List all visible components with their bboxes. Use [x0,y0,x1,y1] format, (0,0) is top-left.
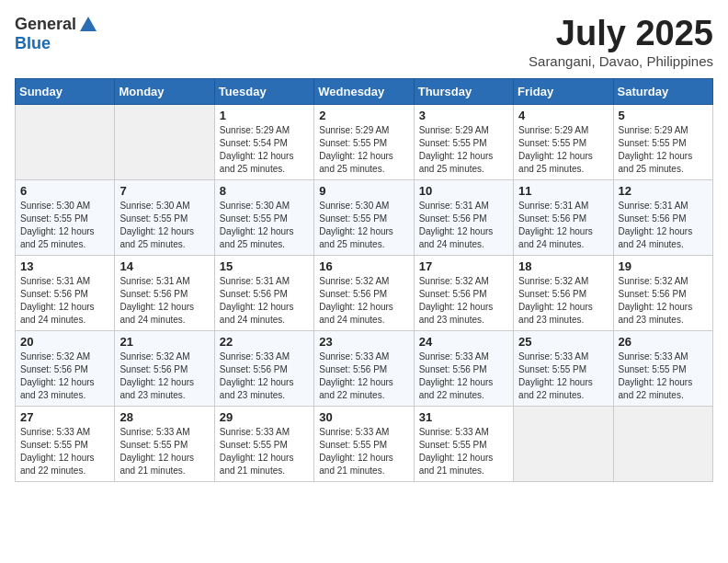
logo: General Blue [15,15,98,53]
day-number: 16 [319,259,408,273]
day-info: Sunrise: 5:32 AM Sunset: 5:56 PM Dayligh… [119,350,209,402]
calendar-cell: 31Sunrise: 5:33 AM Sunset: 5:55 PM Dayli… [414,406,513,481]
day-number: 10 [419,184,508,198]
day-info: Sunrise: 5:30 AM Sunset: 5:55 PM Dayligh… [319,200,408,251]
calendar-week-row: 1Sunrise: 5:29 AM Sunset: 5:54 PM Daylig… [16,104,713,179]
calendar-cell: 13Sunrise: 5:31 AM Sunset: 5:56 PM Dayli… [16,255,115,330]
calendar-header-friday: Friday [514,78,613,104]
day-info: Sunrise: 5:31 AM Sunset: 5:56 PM Dayligh… [518,200,608,251]
day-info: Sunrise: 5:29 AM Sunset: 5:54 PM Dayligh… [220,124,309,176]
header: General Blue July 2025 Sarangani, Davao,… [15,15,713,69]
day-info: Sunrise: 5:29 AM Sunset: 5:55 PM Dayligh… [619,124,708,176]
calendar-week-row: 27Sunrise: 5:33 AM Sunset: 5:55 PM Dayli… [16,406,713,481]
day-number: 6 [20,184,109,198]
day-info: Sunrise: 5:33 AM Sunset: 5:56 PM Dayligh… [220,350,309,402]
day-info: Sunrise: 5:29 AM Sunset: 5:55 PM Dayligh… [419,124,508,176]
day-info: Sunrise: 5:33 AM Sunset: 5:55 PM Dayligh… [119,426,209,477]
day-number: 21 [119,335,209,349]
day-info: Sunrise: 5:30 AM Sunset: 5:55 PM Dayligh… [20,200,109,251]
day-info: Sunrise: 5:32 AM Sunset: 5:56 PM Dayligh… [619,275,708,327]
calendar-header-thursday: Thursday [414,78,513,104]
calendar-header-row: SundayMondayTuesdayWednesdayThursdayFrid… [16,78,713,104]
calendar-cell: 7Sunrise: 5:30 AM Sunset: 5:55 PM Daylig… [115,179,214,255]
calendar-cell: 19Sunrise: 5:32 AM Sunset: 5:56 PM Dayli… [613,255,712,330]
day-number: 24 [419,335,508,349]
day-info: Sunrise: 5:32 AM Sunset: 5:56 PM Dayligh… [419,275,508,327]
day-number: 3 [419,109,508,122]
calendar-cell: 11Sunrise: 5:31 AM Sunset: 5:56 PM Dayli… [514,179,613,255]
calendar-cell: 4Sunrise: 5:29 AM Sunset: 5:55 PM Daylig… [514,104,613,179]
day-number: 19 [619,259,708,273]
day-info: Sunrise: 5:31 AM Sunset: 5:56 PM Dayligh… [419,200,508,251]
day-info: Sunrise: 5:33 AM Sunset: 5:55 PM Dayligh… [220,426,309,477]
calendar-cell: 1Sunrise: 5:29 AM Sunset: 5:54 PM Daylig… [214,104,313,179]
calendar-cell: 8Sunrise: 5:30 AM Sunset: 5:55 PM Daylig… [214,179,313,255]
calendar-cell: 12Sunrise: 5:31 AM Sunset: 5:56 PM Dayli… [613,179,712,255]
day-info: Sunrise: 5:32 AM Sunset: 5:56 PM Dayligh… [319,275,408,327]
day-number: 25 [518,335,608,349]
calendar-cell: 3Sunrise: 5:29 AM Sunset: 5:55 PM Daylig… [414,104,513,179]
location-subtitle: Sarangani, Davao, Philippines [529,53,713,69]
day-info: Sunrise: 5:33 AM Sunset: 5:56 PM Dayligh… [419,350,508,402]
calendar-table: SundayMondayTuesdayWednesdayThursdayFrid… [15,78,713,482]
day-info: Sunrise: 5:33 AM Sunset: 5:55 PM Dayligh… [419,426,508,477]
calendar-cell [115,104,214,179]
day-info: Sunrise: 5:31 AM Sunset: 5:56 PM Dayligh… [119,275,209,327]
day-number: 30 [319,410,408,424]
day-number: 14 [119,259,209,273]
calendar-cell: 21Sunrise: 5:32 AM Sunset: 5:56 PM Dayli… [115,330,214,406]
calendar-cell: 24Sunrise: 5:33 AM Sunset: 5:56 PM Dayli… [414,330,513,406]
day-info: Sunrise: 5:30 AM Sunset: 5:55 PM Dayligh… [119,200,209,251]
calendar-header-tuesday: Tuesday [214,78,313,104]
calendar-cell: 22Sunrise: 5:33 AM Sunset: 5:56 PM Dayli… [214,330,313,406]
logo-icon [78,15,98,35]
svg-marker-0 [80,17,97,31]
day-number: 1 [220,109,309,122]
day-number: 20 [20,335,109,349]
title-area: July 2025 Sarangani, Davao, Philippines [529,15,713,69]
day-number: 26 [619,335,708,349]
day-info: Sunrise: 5:29 AM Sunset: 5:55 PM Dayligh… [319,124,408,176]
calendar-cell: 20Sunrise: 5:32 AM Sunset: 5:56 PM Dayli… [16,330,115,406]
calendar-cell: 27Sunrise: 5:33 AM Sunset: 5:55 PM Dayli… [16,406,115,481]
calendar-cell: 15Sunrise: 5:31 AM Sunset: 5:56 PM Dayli… [214,255,313,330]
calendar-cell: 26Sunrise: 5:33 AM Sunset: 5:55 PM Dayli… [613,330,712,406]
day-number: 11 [518,184,608,198]
calendar-cell: 9Sunrise: 5:30 AM Sunset: 5:55 PM Daylig… [314,179,414,255]
day-number: 27 [20,410,109,424]
calendar-cell: 30Sunrise: 5:33 AM Sunset: 5:55 PM Dayli… [314,406,414,481]
calendar-cell: 14Sunrise: 5:31 AM Sunset: 5:56 PM Dayli… [115,255,214,330]
day-number: 23 [319,335,408,349]
day-number: 15 [220,259,309,273]
day-number: 9 [319,184,408,198]
month-year-title: July 2025 [529,15,713,53]
logo-blue-text: Blue [15,35,51,53]
day-number: 29 [220,410,309,424]
day-number: 4 [518,109,608,122]
day-info: Sunrise: 5:31 AM Sunset: 5:56 PM Dayligh… [220,275,309,327]
calendar-cell: 17Sunrise: 5:32 AM Sunset: 5:56 PM Dayli… [414,255,513,330]
day-info: Sunrise: 5:33 AM Sunset: 5:55 PM Dayligh… [518,350,608,402]
day-info: Sunrise: 5:31 AM Sunset: 5:56 PM Dayligh… [619,200,708,251]
day-number: 7 [119,184,209,198]
calendar-header-monday: Monday [115,78,214,104]
day-info: Sunrise: 5:33 AM Sunset: 5:55 PM Dayligh… [20,426,109,477]
calendar-cell: 25Sunrise: 5:33 AM Sunset: 5:55 PM Dayli… [514,330,613,406]
calendar-body: 1Sunrise: 5:29 AM Sunset: 5:54 PM Daylig… [16,104,713,481]
calendar-week-row: 6Sunrise: 5:30 AM Sunset: 5:55 PM Daylig… [16,179,713,255]
calendar-week-row: 13Sunrise: 5:31 AM Sunset: 5:56 PM Dayli… [16,255,713,330]
calendar-cell: 5Sunrise: 5:29 AM Sunset: 5:55 PM Daylig… [613,104,712,179]
calendar-header-sunday: Sunday [16,78,115,104]
day-number: 18 [518,259,608,273]
day-info: Sunrise: 5:32 AM Sunset: 5:56 PM Dayligh… [518,275,608,327]
calendar-cell [16,104,115,179]
day-number: 31 [419,410,508,424]
day-info: Sunrise: 5:30 AM Sunset: 5:55 PM Dayligh… [220,200,309,251]
day-number: 8 [220,184,309,198]
day-number: 13 [20,259,109,273]
calendar-header-saturday: Saturday [613,78,712,104]
day-number: 28 [119,410,209,424]
day-info: Sunrise: 5:32 AM Sunset: 5:56 PM Dayligh… [20,350,109,402]
calendar-cell: 2Sunrise: 5:29 AM Sunset: 5:55 PM Daylig… [314,104,414,179]
day-number: 2 [319,109,408,122]
